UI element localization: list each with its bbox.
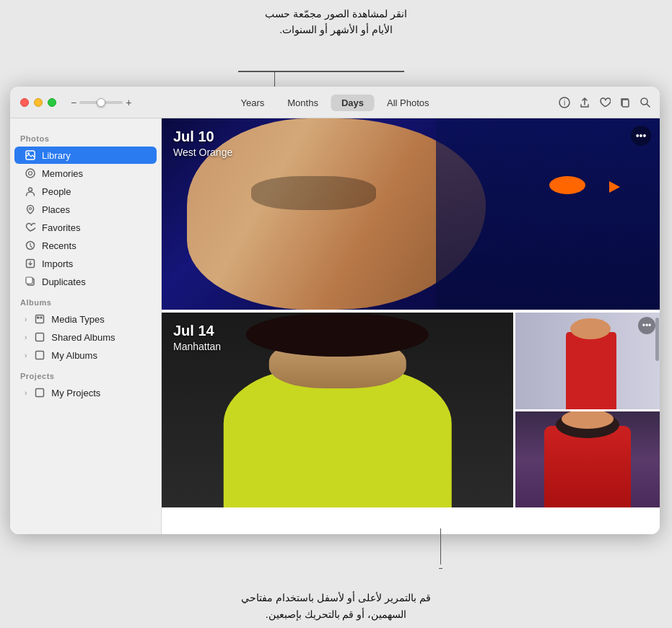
zoom-control: − + (71, 97, 131, 108)
svg-point-7 (26, 169, 35, 178)
photo-row-jul14: Jul 14 Manhattan (162, 313, 660, 507)
zoom-plus-button[interactable]: + (126, 97, 131, 108)
sidebar-item-my-projects[interactable]: › My Projects (14, 384, 157, 401)
svg-rect-20 (36, 389, 44, 397)
more-button-1[interactable]: ••• (631, 126, 651, 146)
tab-days[interactable]: Days (331, 95, 374, 111)
annotation-bottom: قم بالتمرير لأعلى أو لأسفل باستخدام مفتا… (0, 590, 672, 622)
svg-text:i: i (564, 99, 565, 107)
main-content: Photos Library M (10, 118, 660, 534)
sidebar-item-imports[interactable]: Imports (14, 255, 157, 272)
photo-thumbnails-right: ••• (515, 313, 660, 507)
sidebar-item-media-types[interactable]: › Media Types (14, 310, 157, 328)
svg-point-6 (27, 152, 30, 154)
svg-line-4 (647, 104, 650, 107)
scroll-thumb[interactable] (655, 318, 659, 361)
photo-group-2: Jul 14 Manhattan (162, 313, 660, 507)
tab-all-photos[interactable]: All Photos (377, 95, 440, 111)
my-projects-label: My Projects (51, 388, 147, 398)
photo-location-2: Manhattan (173, 341, 221, 352)
info-icon[interactable]: i (559, 97, 570, 108)
photo-date-2: Jul 14 (173, 323, 221, 339)
sidebar-section-albums-label: Albums (10, 291, 161, 310)
photo-date-1: Jul 10 (173, 128, 232, 145)
svg-rect-18 (36, 333, 44, 341)
recents-icon (25, 240, 36, 251)
tab-years[interactable]: Years (230, 95, 274, 111)
traffic-lights (10, 98, 56, 107)
favorites-label: Favorites (42, 222, 147, 233)
scroll-annotation-tick (439, 568, 442, 569)
titlebar-right-icons: i (559, 87, 651, 118)
zoom-thumb[interactable] (97, 98, 105, 107)
search-icon[interactable] (640, 97, 651, 108)
imports-icon (25, 258, 36, 269)
share-icon[interactable] (579, 97, 590, 108)
imports-label: Imports (42, 258, 147, 269)
photo-location-1: West Orange (173, 147, 232, 158)
expand-arrow-shared: › (25, 333, 27, 341)
svg-rect-2 (622, 100, 629, 107)
svg-point-8 (29, 172, 32, 175)
annotation-bottom-line1: قم بالتمرير لأعلى أو لأسفل باستخدام مفتا… (0, 590, 672, 606)
sidebar-item-recents[interactable]: Recents (14, 237, 157, 254)
minimize-button[interactable] (34, 98, 43, 107)
bracket-top (238, 71, 404, 72)
sidebar-item-duplicates[interactable]: Duplicates (14, 273, 157, 290)
zoom-minus-button[interactable]: − (71, 97, 77, 108)
svg-rect-17 (40, 317, 43, 319)
sidebar-section-photos-label: Photos (10, 127, 161, 146)
photo-group-1: Jul 10 West Orange ••• (162, 118, 660, 310)
svg-rect-19 (36, 352, 44, 359)
expand-arrow-projects: › (25, 389, 27, 397)
heart-icon[interactable] (599, 97, 611, 108)
expand-arrow-media: › (25, 315, 27, 323)
annotation-line1: انقر لمشاهدة الصور مجمّعة حسب (0, 6, 672, 22)
scrollbar[interactable] (654, 118, 660, 534)
sidebar-item-shared-albums[interactable]: › Shared Albums (14, 328, 157, 346)
photo-thumb-woman-red[interactable] (515, 411, 660, 508)
my-albums-icon (34, 349, 45, 361)
svg-rect-15 (36, 315, 44, 323)
sidebar-item-people[interactable]: People (14, 183, 157, 200)
photo-card-jul10[interactable]: Jul 10 West Orange ••• (162, 118, 660, 310)
shared-albums-label: Shared Albums (51, 332, 147, 343)
sidebar-section-projects-label: Projects (10, 365, 161, 383)
annotation-top: انقر لمشاهدة الصور مجمّعة حسب الأيام أو … (0, 6, 672, 38)
sidebar-item-my-albums[interactable]: › My Albums (14, 346, 157, 364)
scroll-annotation-line (440, 528, 441, 564)
more-button-thumb[interactable]: ••• (638, 317, 655, 334)
sidebar-item-favorites[interactable]: Favorites (14, 219, 157, 236)
titlebar: − + Years Months Days All Photos i (10, 87, 660, 118)
zoom-slider[interactable] (79, 101, 123, 104)
places-icon (25, 204, 36, 215)
photos-window: − + Years Months Days All Photos i (10, 87, 660, 534)
places-label: Places (42, 204, 147, 215)
duplicates-label: Duplicates (42, 276, 147, 287)
maximize-button[interactable] (48, 98, 56, 107)
media-types-label: Media Types (51, 314, 147, 325)
annotation-bottom-line2: السهمين، أو قم بالتحريك بإصبعين. (0, 606, 672, 622)
photo-thumb-red-coat[interactable]: ••• (515, 313, 660, 409)
memories-icon (25, 167, 36, 179)
annotation-line2: الأيام أو الأشهر أو السنوات. (0, 22, 672, 38)
copy-icon[interactable] (619, 97, 631, 108)
people-icon (25, 186, 36, 197)
photo-grid[interactable]: Jul 10 West Orange ••• (162, 118, 660, 534)
svg-rect-14 (26, 277, 32, 284)
favorites-icon (25, 222, 36, 233)
photo-card-manhattan-main[interactable]: Jul 14 Manhattan (162, 313, 513, 507)
sidebar-item-library[interactable]: Library (14, 147, 157, 164)
close-button[interactable] (20, 98, 29, 107)
sidebar: Photos Library M (10, 118, 162, 534)
my-albums-label: My Albums (51, 350, 147, 361)
sidebar-item-places[interactable]: Places (14, 201, 157, 218)
svg-point-9 (29, 188, 32, 191)
sidebar-item-memories[interactable]: Memories (14, 165, 157, 182)
people-label: People (42, 186, 147, 197)
library-icon (25, 149, 36, 161)
library-label: Library (42, 150, 147, 161)
recents-label: Recents (42, 240, 147, 251)
duplicates-icon (25, 276, 36, 287)
tab-months[interactable]: Months (277, 95, 328, 111)
